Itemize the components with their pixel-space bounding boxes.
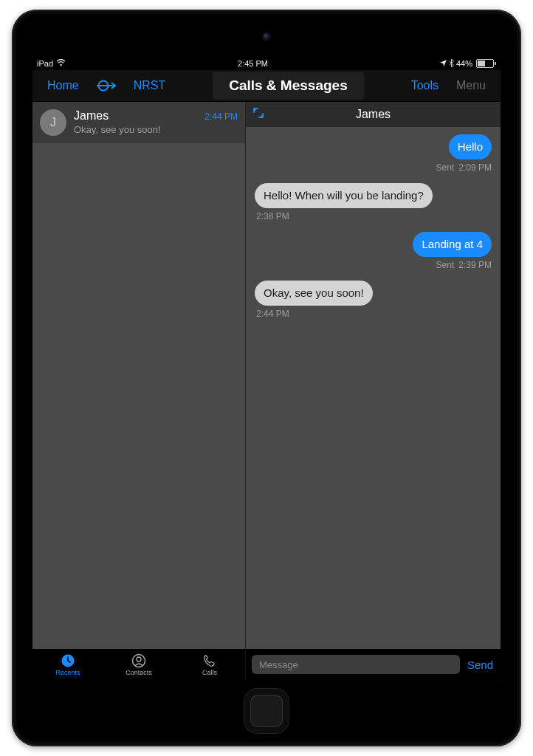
message-input[interactable] bbox=[252, 655, 460, 674]
nav-home[interactable]: Home bbox=[40, 75, 86, 97]
expand-icon[interactable] bbox=[252, 106, 265, 122]
tab-calls[interactable]: Calls bbox=[174, 649, 245, 680]
message-received: Okay, see you soon! 2:44 PM bbox=[255, 281, 492, 319]
ipad-frame: iPad 2:45 PM bbox=[12, 10, 521, 746]
clock-icon bbox=[61, 653, 75, 668]
thread-preview: Okay, see you soon! bbox=[74, 124, 238, 135]
message-bubble: Hello bbox=[449, 134, 492, 159]
message-status: Sent bbox=[436, 162, 455, 173]
status-time: 2:45 PM bbox=[66, 59, 440, 68]
page-title: Calls & Messages bbox=[213, 72, 364, 100]
status-bar: iPad 2:45 PM bbox=[32, 57, 501, 70]
nav-tools[interactable]: Tools bbox=[404, 75, 446, 97]
send-button[interactable]: Send bbox=[466, 656, 495, 674]
message-bubble: Landing at 4 bbox=[413, 232, 492, 257]
tab-contacts[interactable]: Contacts bbox=[103, 649, 174, 680]
message-time: 2:44 PM bbox=[256, 309, 289, 319]
phone-icon bbox=[202, 653, 217, 668]
camera-dot bbox=[264, 33, 270, 40]
battery-icon bbox=[475, 59, 496, 68]
conversation-title: James bbox=[246, 108, 501, 121]
contact-icon bbox=[131, 653, 146, 668]
tab-bar: Recents Contacts Calls bbox=[32, 649, 246, 680]
battery-percent: 44% bbox=[456, 59, 472, 68]
message-list[interactable]: Hello Sent 2:09 PM Hello! When will you … bbox=[246, 127, 501, 649]
avatar: J bbox=[40, 109, 66, 136]
svg-point-0 bbox=[60, 64, 61, 66]
svg-point-4 bbox=[133, 654, 145, 667]
message-sent: Hello Sent 2:09 PM bbox=[255, 134, 492, 173]
compose-bar: Send bbox=[246, 649, 501, 680]
tab-label: Contacts bbox=[125, 669, 152, 676]
message-received: Hello! When will you be landing? 2:38 PM bbox=[255, 183, 492, 221]
message-time: 2:39 PM bbox=[458, 260, 492, 270]
nav-nrst[interactable]: NRST bbox=[126, 75, 173, 97]
message-status: Sent bbox=[436, 260, 455, 270]
message-sent: Landing at 4 Sent 2:39 PM bbox=[255, 232, 492, 270]
message-bubble: Hello! When will you be landing? bbox=[255, 183, 433, 208]
message-time: 2:38 PM bbox=[256, 211, 289, 221]
tab-label: Calls bbox=[202, 669, 217, 676]
thread-row[interactable]: J James 2:44 PM Okay, see you soon! bbox=[32, 102, 245, 143]
tab-label: Recents bbox=[55, 669, 80, 676]
bluetooth-icon bbox=[449, 59, 454, 69]
thread-time: 2:44 PM bbox=[204, 111, 238, 122]
direct-to-icon[interactable] bbox=[89, 75, 123, 97]
top-nav: Home NRST Calls & Messages Tools Menu bbox=[32, 70, 501, 102]
svg-point-5 bbox=[137, 657, 141, 662]
location-icon bbox=[440, 59, 447, 68]
conversation-header: James bbox=[246, 102, 501, 127]
message-bubble: Okay, see you soon! bbox=[255, 281, 373, 306]
thread-list: J James 2:44 PM Okay, see you soon! bbox=[32, 102, 246, 649]
tab-recents[interactable]: Recents bbox=[32, 649, 103, 680]
nav-menu[interactable]: Menu bbox=[449, 75, 493, 97]
wifi-icon bbox=[56, 59, 66, 68]
conversation-pane: James Hello Sent 2:09 PM H bbox=[246, 102, 501, 649]
message-time: 2:09 PM bbox=[458, 162, 492, 173]
device-label: iPad bbox=[37, 59, 53, 68]
thread-name: James bbox=[74, 109, 109, 123]
screen: iPad 2:45 PM bbox=[32, 57, 501, 680]
home-button[interactable] bbox=[250, 695, 283, 727]
avatar-initial: J bbox=[50, 116, 56, 129]
